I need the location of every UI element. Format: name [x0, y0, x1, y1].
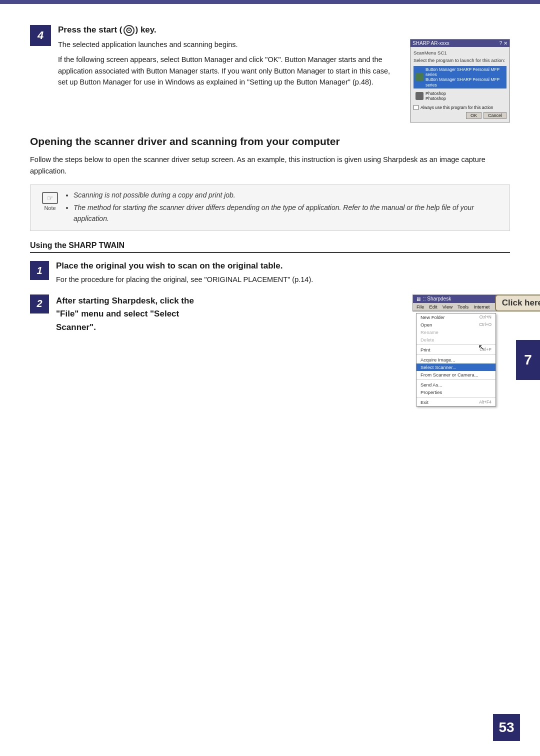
screenshot4-item2: Photoshop Photoshop	[414, 90, 506, 102]
sharpdesk-title: :: Sharpdesk	[423, 296, 451, 302]
menu-item-send-as[interactable]: Send As...	[416, 381, 496, 388]
step4-body: The selected application launches and sc…	[58, 39, 510, 122]
step4-block: 4 Press the start () key. The selected a…	[30, 25, 510, 122]
step4-screenshot: SHARP AR-xxxx ? ✕ ScanMenu SC1 Select th…	[410, 39, 510, 122]
note-arrow-icon: ☞	[42, 192, 58, 204]
menu-edit[interactable]: Edit	[426, 304, 440, 310]
step1-title: Place the original you wish to scan on t…	[56, 261, 510, 271]
screenshot4-checkbox-row: Always use this program for this action	[414, 105, 506, 110]
sharpdesk-dropdown-menu: New FolderCtrl+N OpenCtrl+O Rename Delet…	[416, 313, 496, 406]
section-intro: Follow the steps below to open the scann…	[30, 154, 510, 176]
cursor-icon: ↖	[478, 342, 484, 352]
sharpdesk-icon: 🖥	[416, 296, 421, 302]
step2-title: After starting Sharpdesk, click the "Fil…	[56, 294, 402, 334]
menu-item-from-scanner[interactable]: From Scanner or Camera...	[416, 371, 496, 378]
screenshot4-ok-btn[interactable]: OK	[466, 112, 482, 119]
note-icon-area: ☞ Note	[38, 190, 62, 226]
click-here-annotation: Click here	[495, 294, 540, 312]
screenshot4-label2: Select the program to launch for this ac…	[414, 58, 506, 63]
step2-content: After starting Sharpdesk, click the "Fil…	[56, 294, 510, 337]
step1-block: 1 Place the original you wish to scan on…	[30, 261, 510, 285]
note-bullet1: Scanning is not possible during a copy a…	[74, 190, 502, 201]
step4-title: Press the start () key.	[58, 25, 510, 36]
step4-badge: 4	[30, 25, 51, 46]
step4-content: Press the start () key. The selected app…	[58, 25, 510, 122]
listitem-icon1	[416, 73, 424, 81]
note-box: ☞ Note Scanning is not possible during a…	[30, 184, 510, 231]
start-key-icon	[124, 25, 134, 36]
menu-item-open[interactable]: OpenCtrl+O	[416, 321, 496, 328]
screenshot4-checkbox-label: Always use this program for this action	[420, 105, 494, 110]
screenshot4-cancel-btn[interactable]: Cancel	[484, 112, 506, 119]
screenshot4-item1: Button Manager SHARP Personal MFP series…	[414, 66, 506, 88]
screenshot4-titlebar: SHARP AR-xxxx ? ✕	[410, 40, 510, 47]
menu-internet[interactable]: Internet	[471, 304, 492, 310]
listitem-text2: Photoshop Photoshop	[426, 91, 446, 101]
step4-text: The selected application launches and sc…	[58, 39, 400, 88]
menu-item-exit[interactable]: ExitAlt+F4	[416, 398, 496, 406]
screenshot4-label1: ScanMenu SC1	[414, 50, 506, 56]
note-content: Scanning is not possible during a copy a…	[68, 190, 502, 226]
screenshot4-icons: ? ✕	[500, 40, 508, 46]
menu-item-acquire[interactable]: Acquire Image...	[416, 356, 496, 364]
step2-body: After starting Sharpdesk, click the "Fil…	[56, 294, 510, 337]
menu-divider-4	[416, 397, 496, 398]
step2-block: 2 After starting Sharpdesk, click the "F…	[30, 294, 510, 337]
menu-file[interactable]: File	[414, 304, 426, 310]
screenshot4-body: ScanMenu SC1 Select the program to launc…	[410, 47, 510, 122]
menu-item-new-folder[interactable]: New FolderCtrl+N	[416, 314, 496, 321]
menu-divider-3	[416, 380, 496, 380]
step4-paragraph: If the following screen appears, select …	[58, 54, 400, 88]
subsection-title: Using the SHARP TWAIN	[30, 241, 510, 253]
top-stripe	[0, 0, 540, 4]
page-number: 53	[493, 714, 520, 741]
step1-description: For the procedure for placing the origin…	[56, 274, 510, 285]
chapter-tab: 7	[516, 340, 540, 380]
menu-view[interactable]: View	[440, 304, 455, 310]
step2-text: After starting Sharpdesk, click the "Fil…	[56, 294, 402, 337]
listitem-text1: Button Manager SHARP Personal MFP series…	[426, 67, 504, 88]
step4-title-prefix: Press the start (	[58, 25, 122, 34]
menu-tools[interactable]: Tools	[455, 304, 471, 310]
screenshot4-checkbox	[414, 105, 418, 110]
step4-line1: The selected application launches and sc…	[58, 39, 400, 50]
step1-badge: 1	[30, 261, 49, 280]
menu-divider-2	[416, 354, 496, 355]
section-title: Opening the scanner driver and scanning …	[30, 134, 510, 148]
step4-title-suffix: ) key.	[136, 25, 156, 34]
note-label: Note	[44, 205, 56, 211]
menu-item-properties[interactable]: Properties	[416, 388, 496, 396]
page-container: 4 Press the start () key. The selected a…	[0, 0, 540, 756]
screenshot4-buttons: OK Cancel	[414, 112, 506, 119]
step2-badge: 2	[30, 294, 49, 314]
listitem-icon2	[416, 92, 424, 100]
menu-item-rename: Rename	[416, 328, 496, 336]
menu-item-select-scanner[interactable]: Select Scanner...	[416, 364, 496, 371]
note-bullet2: The method for starting the scanner driv…	[74, 202, 502, 224]
step2-screenshot: 🖥 :: Sharpdesk File Edit View Tools Inte…	[412, 294, 510, 312]
step1-content: Place the original you wish to scan on t…	[56, 261, 510, 285]
